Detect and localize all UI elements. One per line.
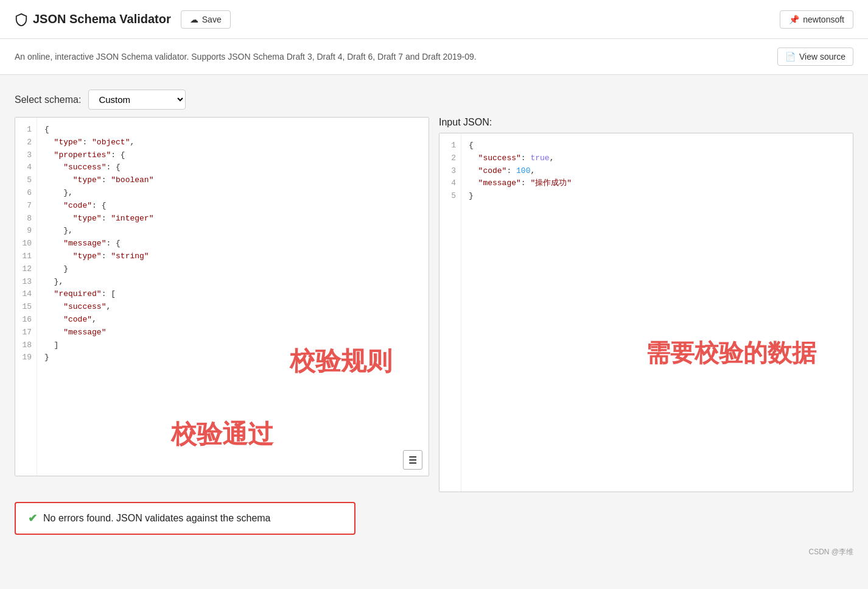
pushpin-icon: 📌 bbox=[789, 15, 799, 24]
description-text: An online, interactive JSON Schema valid… bbox=[15, 52, 477, 62]
shield-icon bbox=[15, 13, 28, 26]
newtonsoft-button[interactable]: 📌 newtonsoft bbox=[780, 10, 853, 29]
user-label: newtonsoft bbox=[803, 15, 844, 24]
schema-select[interactable]: Custom Draft 3 Draft 4 Draft 6 Draft 7 D… bbox=[88, 90, 186, 110]
document-icon: 📄 bbox=[785, 52, 796, 62]
app-header: JSON Schema Validator ☁ Save 📌 newtonsof… bbox=[0, 0, 868, 39]
schema-selector-label: Select schema: bbox=[15, 94, 81, 105]
save-button[interactable]: ☁ Save bbox=[181, 10, 231, 29]
save-icon: ☁ bbox=[190, 15, 198, 24]
left-code-content[interactable]: { "type": "object", "properties": { "suc… bbox=[37, 118, 429, 476]
app-title-text: JSON Schema Validator bbox=[33, 12, 171, 26]
schema-selector-row: Select schema: Custom Draft 3 Draft 4 Dr… bbox=[15, 90, 853, 110]
format-button[interactable]: ☰ bbox=[403, 450, 422, 470]
left-code-editor[interactable]: 12345 678910 1112131415 16171819 { "type… bbox=[15, 117, 429, 476]
format-icon: ☰ bbox=[408, 454, 417, 466]
right-code-content[interactable]: { "success": true, "code": 100, "message… bbox=[461, 133, 853, 492]
right-code-editor[interactable]: 12345 { "success": true, "code": 100, "m… bbox=[439, 133, 853, 492]
view-source-button[interactable]: 📄 View source bbox=[777, 48, 853, 66]
right-editor-label: Input JSON: bbox=[439, 117, 853, 128]
sub-header: An online, interactive JSON Schema valid… bbox=[0, 39, 868, 75]
result-bar: ✔ No errors found. JSON validates agains… bbox=[15, 502, 355, 535]
page-footer: CSDN @李维 bbox=[0, 545, 868, 562]
left-line-numbers: 12345 678910 1112131415 16171819 bbox=[15, 118, 37, 476]
main-content: Select schema: Custom Draft 3 Draft 4 Dr… bbox=[0, 75, 868, 545]
footer-credit: CSDN @李维 bbox=[808, 548, 853, 556]
editors-row: 12345 678910 1112131415 16171819 { "type… bbox=[15, 117, 853, 492]
app-title: JSON Schema Validator bbox=[15, 12, 171, 26]
right-editor-panel: Input JSON: 12345 { "success": true, "co… bbox=[439, 117, 853, 492]
result-text: No errors found. JSON validates against … bbox=[43, 513, 271, 524]
view-source-label: View source bbox=[799, 52, 845, 62]
header-left: JSON Schema Validator ☁ Save bbox=[15, 10, 231, 29]
save-label: Save bbox=[202, 15, 222, 24]
left-editor-panel: 12345 678910 1112131415 16171819 { "type… bbox=[15, 117, 429, 476]
right-line-numbers: 12345 bbox=[439, 133, 461, 492]
left-editor-toolbar: ☰ bbox=[403, 450, 422, 470]
result-check-icon: ✔ bbox=[28, 512, 37, 525]
